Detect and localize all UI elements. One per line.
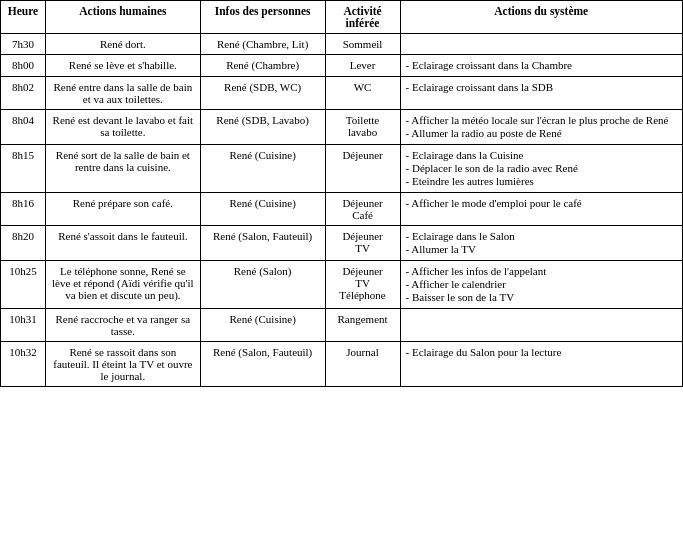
cell-heure: 8h04 (1, 110, 46, 145)
cell-heure: 7h30 (1, 34, 46, 55)
cell-actions-humaines: René est devant le lavabo et fait sa toi… (45, 110, 200, 145)
cell-actions-humaines: René entre dans la salle de bain et va a… (45, 77, 200, 110)
cell-actions-systeme (400, 34, 682, 55)
cell-activite: DéjeunerCafé (325, 193, 400, 226)
cell-activite: Déjeuner (325, 145, 400, 193)
table-row: 8h16René prépare son café.René (Cuisine)… (1, 193, 683, 226)
table-row: 10h25Le téléphone sonne, René se lève et… (1, 261, 683, 309)
cell-heure: 10h32 (1, 342, 46, 387)
cell-activite: Toilettelavabo (325, 110, 400, 145)
cell-actions-humaines: Le téléphone sonne, René se lève et répo… (45, 261, 200, 309)
header-heure: Heure (1, 1, 46, 34)
cell-infos-personnes: René (SDB, WC) (200, 77, 325, 110)
cell-actions-systeme: Eclairage dans la CuisineDéplacer le son… (400, 145, 682, 193)
cell-actions-systeme: Eclairage croissant dans la Chambre (400, 55, 682, 77)
cell-heure: 8h00 (1, 55, 46, 77)
cell-actions-systeme: Eclairage du Salon pour la lecture (400, 342, 682, 387)
cell-heure: 8h02 (1, 77, 46, 110)
cell-activite: Journal (325, 342, 400, 387)
table-row: 10h31René raccroche et va ranger sa tass… (1, 309, 683, 342)
cell-actions-humaines: René se rassoit dans son fauteuil. Il ét… (45, 342, 200, 387)
cell-actions-systeme: Afficher la météo locale sur l'écran le … (400, 110, 682, 145)
header-actions-humaines: Actions humaines (45, 1, 200, 34)
table-row: 10h32René se rassoit dans son fauteuil. … (1, 342, 683, 387)
cell-heure: 8h20 (1, 226, 46, 261)
cell-infos-personnes: René (Chambre, Lit) (200, 34, 325, 55)
cell-actions-systeme: Afficher les infos de l'appelantAfficher… (400, 261, 682, 309)
table-row: 8h00René se lève et s'habille.René (Cham… (1, 55, 683, 77)
cell-actions-humaines: René sort de la salle de bain et rentre … (45, 145, 200, 193)
cell-activite: DéjeunerTV (325, 226, 400, 261)
cell-activite: Lever (325, 55, 400, 77)
header-actions-systeme: Actions du système (400, 1, 682, 34)
cell-activite: WC (325, 77, 400, 110)
cell-heure: 10h25 (1, 261, 46, 309)
table-row: 8h04René est devant le lavabo et fait sa… (1, 110, 683, 145)
cell-actions-humaines: René prépare son café. (45, 193, 200, 226)
header-activite-inferee: Activitéinférée (325, 1, 400, 34)
table-row: 7h30René dort.René (Chambre, Lit)Sommeil (1, 34, 683, 55)
cell-actions-systeme: Afficher le mode d'emploi pour le café (400, 193, 682, 226)
table-row: 8h02René entre dans la salle de bain et … (1, 77, 683, 110)
cell-heure: 10h31 (1, 309, 46, 342)
cell-activite: Sommeil (325, 34, 400, 55)
table-row: 8h15René sort de la salle de bain et ren… (1, 145, 683, 193)
cell-infos-personnes: René (SDB, Lavabo) (200, 110, 325, 145)
cell-heure: 8h15 (1, 145, 46, 193)
cell-infos-personnes: René (Cuisine) (200, 145, 325, 193)
cell-infos-personnes: René (Cuisine) (200, 309, 325, 342)
cell-actions-systeme: Eclairage croissant dans la SDB (400, 77, 682, 110)
cell-infos-personnes: René (Salon) (200, 261, 325, 309)
cell-activite: Rangement (325, 309, 400, 342)
cell-heure: 8h16 (1, 193, 46, 226)
cell-infos-personnes: René (Chambre) (200, 55, 325, 77)
cell-infos-personnes: René (Salon, Fauteuil) (200, 226, 325, 261)
header-infos-personnes: Infos des personnes (200, 1, 325, 34)
cell-actions-systeme (400, 309, 682, 342)
cell-infos-personnes: René (Cuisine) (200, 193, 325, 226)
cell-actions-humaines: René raccroche et va ranger sa tasse. (45, 309, 200, 342)
table-row: 8h20René s'assoit dans le fauteuil.René … (1, 226, 683, 261)
cell-activite: DéjeunerTVTéléphone (325, 261, 400, 309)
cell-actions-humaines: René se lève et s'habille. (45, 55, 200, 77)
cell-actions-systeme: Eclairage dans le SalonAllumer la TV (400, 226, 682, 261)
cell-actions-humaines: René dort. (45, 34, 200, 55)
cell-infos-personnes: René (Salon, Fauteuil) (200, 342, 325, 387)
cell-actions-humaines: René s'assoit dans le fauteuil. (45, 226, 200, 261)
